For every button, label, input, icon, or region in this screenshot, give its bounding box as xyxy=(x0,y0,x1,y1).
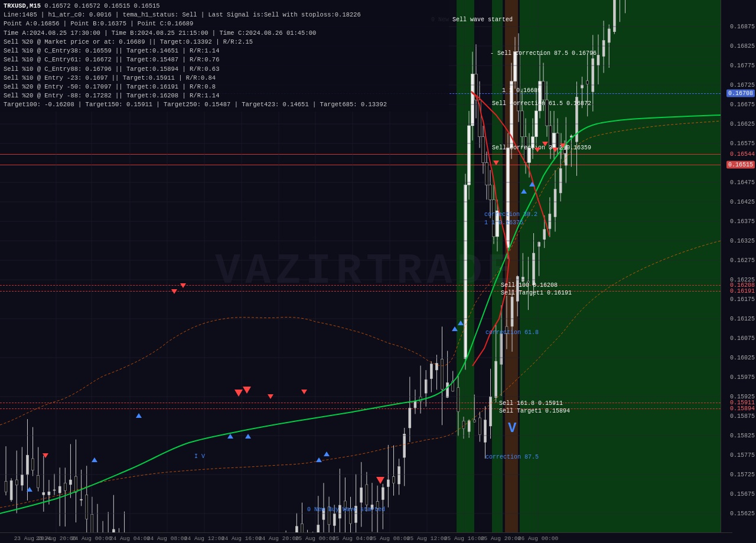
info-line11: Target100: -0.16208 | Target150: 0.15911… xyxy=(4,100,445,109)
price-16825: 0.16825 xyxy=(730,43,755,50)
price-15825: 0.15825 xyxy=(730,433,755,439)
info-line4: Sell %20 @ Market price or at: 0.16689 |… xyxy=(4,38,445,47)
time-axis: 23 Aug 2024 23 Aug 20:00 24 Aug 00:00 24… xyxy=(0,532,732,543)
price-16875: 0.16875 xyxy=(730,24,755,30)
chart-container: TRXUSD,M15 0.16572 0.16572 0.16515 0.165… xyxy=(0,0,756,543)
price-16375: 0.16375 xyxy=(730,218,755,225)
price-axis: 0.16875 0.16825 0.16775 0.16725 0.16708 … xyxy=(721,0,756,543)
arrow-up-4 xyxy=(227,434,233,439)
arrow-up-2 xyxy=(92,457,97,462)
annotation-correction-382: correction 38.2 xyxy=(484,211,537,218)
time-25aug1200: 25 Aug 12:00 xyxy=(407,535,447,542)
time-23aug2000: 23 Aug 20:00 xyxy=(36,535,76,542)
annotation-correction-875: correction 87.5 xyxy=(485,454,539,460)
arrow-down-big-3 xyxy=(376,477,384,484)
price-values: 0.16572 0.16572 0.16515 0.16515 xyxy=(44,2,159,9)
annotation-sell-correction-875: - Sell correction 87.5 0.16796 xyxy=(490,50,597,57)
info-line3: Time A:2024.08.25 17:30:00 | Time B:2024… xyxy=(4,29,445,38)
info-line9: Sell %20 @ Entry -50: 0.17097 || Target:… xyxy=(4,83,445,91)
time-24aug0400: 24 Aug 04:00 xyxy=(110,535,150,542)
arrow-down-8 xyxy=(552,148,558,152)
arrow-down-7 xyxy=(542,142,548,146)
price-15625: 0.15625 xyxy=(730,511,755,517)
price-16515-current: 0.16515 xyxy=(726,161,755,169)
arrow-down-5 xyxy=(493,161,499,165)
price-15894: 0.15894 xyxy=(730,405,755,412)
annotation-sell-target2: Sell Target1 0.15894 xyxy=(499,408,570,414)
arrow-up-1 xyxy=(27,487,32,492)
price-16625: 0.16625 xyxy=(730,121,755,127)
price-16675: 0.16675 xyxy=(730,102,755,108)
arrow-down-3 xyxy=(180,283,186,288)
header-title-line: TRXUSD,M15 0.16572 0.16572 0.16515 0.165… xyxy=(4,2,445,11)
annotation-sell-target1: Sell Target1 0.16191 xyxy=(501,290,572,296)
annotation-iv: I V xyxy=(194,453,205,460)
arrow-up-9 xyxy=(458,320,464,325)
symbol-label: TRXUSD,M15 xyxy=(4,2,41,9)
arrow-up-6 xyxy=(316,457,322,462)
price-16175: 0.16175 xyxy=(730,296,755,303)
price-16025: 0.16025 xyxy=(730,355,755,361)
annotation-sell-100: Sell 100 0.16208 xyxy=(501,282,558,289)
info-line10: Sell %20 @ Entry -88: 0.17282 || Target:… xyxy=(4,91,445,100)
annotation-v: V xyxy=(508,420,516,436)
info-line6: Sell %10 @ C_Entry61: 0.16672 || Target:… xyxy=(4,55,445,64)
time-25aug0400: 25 Aug 04:00 xyxy=(333,535,373,542)
price-15875: 0.15875 xyxy=(730,413,755,420)
annotation-correction-618: correction 61.8 xyxy=(485,329,539,336)
price-15725: 0.15725 xyxy=(730,472,755,478)
arrow-down-big-1 xyxy=(234,390,243,397)
price-16708: 0.16708 xyxy=(726,90,755,97)
arrow-up-7 xyxy=(324,452,330,456)
time-24aug0000: 24 Aug 00:00 xyxy=(71,535,112,542)
time-25aug1600: 25 Aug 16:00 xyxy=(444,535,484,542)
arrow-up-5 xyxy=(245,434,251,439)
time-24aug0800: 24 Aug 08:00 xyxy=(147,535,187,542)
price-15675: 0.15675 xyxy=(730,491,755,498)
annotation-sell-correction-615: Sell correction 61.5 0.16872 xyxy=(492,100,591,107)
arrow-down-1 xyxy=(43,453,48,458)
price-16775: 0.16775 xyxy=(730,63,755,69)
time-25aug2000: 25 Aug 20:00 xyxy=(481,535,521,542)
info-line5: Sell %10 @ C_Entry38: 0.16559 || Target:… xyxy=(4,47,445,55)
arrow-down-big-2 xyxy=(243,387,251,394)
price-16125: 0.16125 xyxy=(730,316,755,322)
price-16575: 0.16575 xyxy=(730,140,755,147)
time-24aug2000: 24 Aug 20:00 xyxy=(259,535,299,542)
arrow-down-6 xyxy=(535,148,540,152)
price-16425: 0.16425 xyxy=(730,199,755,205)
time-25aug0800: 25 Aug 08:00 xyxy=(370,535,410,542)
price-16075: 0.16075 xyxy=(730,335,755,342)
arrow-up-8 xyxy=(452,326,458,331)
price-16325: 0.16325 xyxy=(730,238,755,244)
arrow-up-11 xyxy=(529,182,535,187)
info-panel: TRXUSD,M15 0.16572 0.16572 0.16515 0.165… xyxy=(0,0,449,112)
price-15775: 0.15775 xyxy=(730,452,755,459)
arrow-up-10 xyxy=(521,189,527,194)
time-25aug0000: 25 Aug 00:00 xyxy=(295,535,335,542)
arrow-down-4 xyxy=(301,390,307,394)
time-24aug1600: 24 Aug 16:00 xyxy=(221,535,262,542)
arrow-down-2 xyxy=(171,289,177,294)
price-16275: 0.16275 xyxy=(730,257,755,264)
price-16475: 0.16475 xyxy=(730,179,755,186)
info-line8: Sell %10 @ Entry -23: 0.1697 || Target:0… xyxy=(4,74,445,83)
annotation-11-16689: 1 1 0.16689 xyxy=(502,87,541,94)
price-16544: 0.16544 xyxy=(730,151,755,158)
time-24aug1200: 24 Aug 12:00 xyxy=(184,535,224,542)
arrow-up-3 xyxy=(136,413,142,418)
time-26aug0000: 26 Aug 00:00 xyxy=(518,535,558,542)
price-16725: 0.16725 xyxy=(730,82,755,89)
info-line1: Line:1485 | h1_atr_c0: 0.0016 | tema_h1_… xyxy=(4,11,445,19)
info-line2: Point A:0.16856 | Point B:0.16375 | Poin… xyxy=(4,19,445,28)
info-line7: Sell %10 @ C_Entry88: 0.16796 || Target:… xyxy=(4,65,445,74)
arrow-down-9 xyxy=(560,143,566,148)
price-15975: 0.15975 xyxy=(730,374,755,381)
annotation-11-16375: 1 1 0.16375 xyxy=(484,220,523,226)
annotation-buy-wave: 0 New Buy Wave started xyxy=(307,506,385,513)
annotation-sell-1618: Sell 161.8 0.15911 xyxy=(499,400,563,407)
arrow-down-3b xyxy=(268,394,273,399)
price-16191: 0.16191 xyxy=(730,288,755,295)
